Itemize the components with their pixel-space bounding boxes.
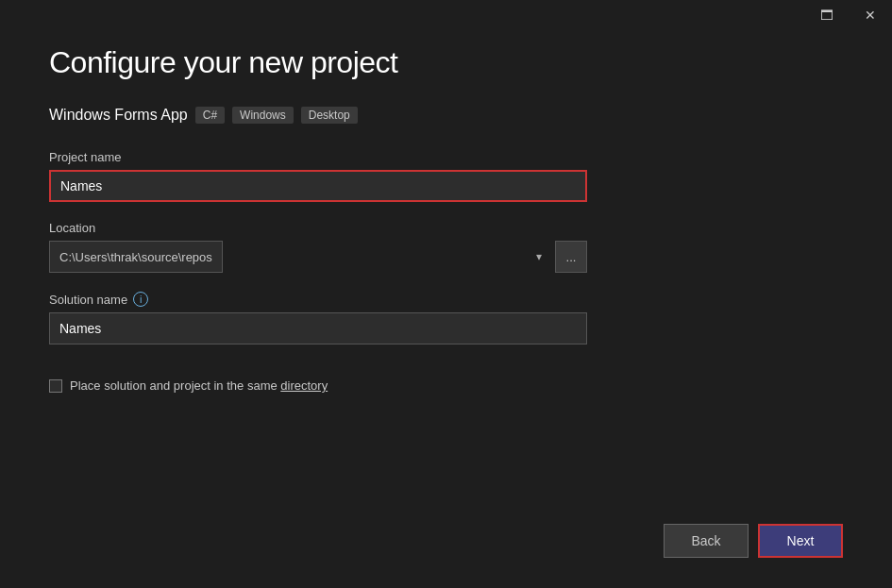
next-button[interactable]: Next — [758, 524, 843, 558]
location-section: Location C:\Users\thrak\source\repos ... — [49, 221, 843, 273]
location-select[interactable]: C:\Users\thrak\source\repos — [49, 241, 223, 273]
location-label: Location — [49, 221, 843, 235]
title-bar: 🗖 ✕ — [805, 0, 892, 30]
project-name-section: Project name — [49, 150, 843, 202]
tag-csharp: C# — [195, 107, 225, 124]
same-directory-row: Place solution and project in the same d… — [49, 378, 843, 393]
app-subtitle: Windows Forms App C# Windows Desktop — [49, 107, 843, 124]
tag-desktop: Desktop — [301, 107, 358, 124]
directory-underline: directory — [280, 378, 328, 393]
info-icon[interactable]: i — [133, 292, 148, 307]
app-name-label: Windows Forms App — [49, 107, 188, 124]
maximize-button[interactable]: 🗖 — [805, 0, 849, 30]
page-title: Configure your new project — [49, 45, 843, 80]
back-button[interactable]: Back — [664, 524, 749, 558]
solution-name-label: Solution name — [49, 293, 127, 307]
solution-label-row: Solution name i — [49, 292, 843, 307]
main-content: Configure your new project Windows Forms… — [0, 0, 892, 588]
close-button[interactable]: ✕ — [849, 0, 892, 30]
solution-name-input[interactable] — [49, 312, 587, 344]
same-directory-checkbox[interactable] — [49, 379, 62, 393]
solution-name-section: Solution name i — [49, 292, 843, 344]
tag-windows: Windows — [232, 107, 294, 124]
footer: Back Next — [49, 505, 843, 558]
location-row: C:\Users\thrak\source\repos ... — [49, 241, 587, 273]
browse-button[interactable]: ... — [555, 241, 587, 273]
project-name-input[interactable] — [49, 170, 587, 202]
location-select-wrapper: C:\Users\thrak\source\repos — [49, 241, 549, 273]
same-directory-label: Place solution and project in the same d… — [70, 378, 328, 393]
project-name-label: Project name — [49, 150, 843, 164]
